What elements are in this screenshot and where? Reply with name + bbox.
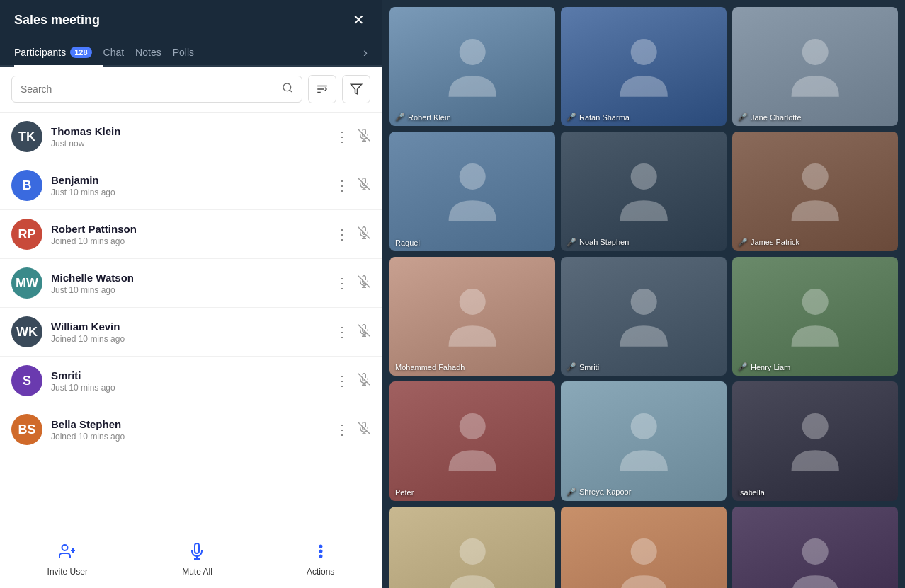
mic-icon: 🎤 <box>738 362 748 371</box>
svg-line-1 <box>290 90 292 92</box>
more-options-button[interactable]: ⋮ <box>335 374 349 388</box>
participant-name: Robert Pattinson <box>51 223 326 235</box>
more-options-button[interactable]: ⋮ <box>335 325 349 339</box>
svg-marker-5 <box>351 84 362 94</box>
mute-icon[interactable] <box>358 226 370 243</box>
participant-status: Joined 10 mins ago <box>51 334 326 344</box>
avatar: BS <box>11 414 42 445</box>
mute-icon[interactable] <box>358 129 370 145</box>
sort-button[interactable] <box>308 75 336 103</box>
video-label: Peter <box>395 488 414 497</box>
video-cell: 🎤 Robert Klein <box>389 7 555 126</box>
invite-user-button[interactable]: Invite User <box>47 543 88 577</box>
svg-point-47 <box>459 538 485 565</box>
participant-item: RP Robert Pattinson Joined 10 mins ago ⋮ <box>0 210 382 259</box>
video-label: 🎤 Shreya Kapoor <box>567 488 631 497</box>
participant-actions: ⋮ <box>335 373 370 389</box>
tabs-bar: Participants 128 Chat Notes Polls › <box>0 40 382 67</box>
mute-icon[interactable] <box>358 373 370 389</box>
participant-status: Just 10 mins ago <box>51 383 326 393</box>
participant-item: BS Bella Stephen Joined 10 mins ago ⋮ <box>0 405 382 454</box>
svg-point-48 <box>630 538 656 565</box>
video-label: 🎤 Smriti <box>567 362 599 371</box>
avatar: RP <box>11 219 42 250</box>
mute-icon[interactable] <box>358 324 370 340</box>
video-label: 🎤 James Patrick <box>738 238 799 247</box>
video-cell: 🎤 Smriti <box>561 257 727 376</box>
mic-icon: 🎤 <box>567 238 576 247</box>
actions-button[interactable]: Actions <box>307 543 334 577</box>
more-options-button[interactable]: ⋮ <box>335 276 349 290</box>
participant-actions: ⋮ <box>335 178 370 194</box>
close-button[interactable]: ✕ <box>350 11 368 40</box>
participant-info: Bella Stephen Joined 10 mins ago <box>51 418 326 442</box>
invite-user-icon <box>59 543 76 564</box>
video-label: Raquel <box>395 238 420 247</box>
left-panel: Sales meeting ✕ Participants 128 Chat No… <box>0 0 382 588</box>
participant-video-name: Smriti <box>579 363 599 371</box>
participant-status: Just now <box>51 139 326 149</box>
video-cell: Isabella <box>732 381 898 500</box>
svg-point-0 <box>283 83 291 91</box>
participant-video-name: Ratan Sharma <box>579 113 630 122</box>
mute-icon[interactable] <box>358 422 370 438</box>
mute-all-button[interactable]: Mute All <box>182 543 212 577</box>
tab-chat[interactable]: Chat <box>103 40 136 67</box>
panel-header: Sales meeting ✕ <box>0 0 382 40</box>
search-wrapper <box>11 76 302 103</box>
video-feed <box>732 507 898 588</box>
tab-polls[interactable]: Polls <box>173 40 205 67</box>
participant-status: Joined 10 mins ago <box>51 432 326 442</box>
participant-name: Michelle Watson <box>51 272 326 284</box>
video-cell: 🎤 Jane Charlotte <box>732 7 898 126</box>
svg-point-38 <box>459 163 485 190</box>
video-feed <box>732 132 898 250</box>
participant-item: TK Thomas Klein Just now ⋮ <box>0 113 382 161</box>
svg-point-32 <box>319 546 321 548</box>
video-feed <box>732 257 898 376</box>
participant-info: Smriti Just 10 mins ago <box>51 369 326 393</box>
mute-icon[interactable] <box>358 275 370 292</box>
video-feed <box>389 507 555 588</box>
svg-point-44 <box>459 413 485 439</box>
svg-point-39 <box>630 163 656 190</box>
video-cell <box>561 507 727 588</box>
participant-video-name: Mohammed Fahadh <box>395 363 465 371</box>
right-panel: 🎤 Robert Klein 🎤 Ratan Sharma <box>382 0 905 588</box>
avatar: B <box>11 170 42 201</box>
video-feed <box>561 507 727 588</box>
svg-point-35 <box>459 39 485 65</box>
search-input[interactable] <box>21 83 276 95</box>
svg-point-49 <box>802 538 828 565</box>
participant-name: Bella Stephen <box>51 418 326 430</box>
svg-point-43 <box>802 289 828 315</box>
video-cell: 🎤 Ratan Sharma <box>561 7 727 126</box>
svg-point-42 <box>630 289 656 315</box>
tab-notes[interactable]: Notes <box>135 40 173 67</box>
more-options-button[interactable]: ⋮ <box>335 422 349 437</box>
more-options-button[interactable]: ⋮ <box>335 227 349 241</box>
participant-actions: ⋮ <box>335 226 370 243</box>
more-options-button[interactable]: ⋮ <box>335 178 349 192</box>
tab-participants[interactable]: Participants 128 <box>14 40 103 67</box>
mute-icon[interactable] <box>358 178 370 194</box>
video-cell: 🎤 James Patrick <box>732 132 898 250</box>
avatar: WK <box>11 316 42 347</box>
search-icon <box>282 82 293 96</box>
participant-status: Just 10 mins ago <box>51 285 326 295</box>
video-cell: Raquel <box>389 132 555 250</box>
video-label: 🎤 Noah Stephen <box>567 238 629 247</box>
actions-icon <box>312 543 329 564</box>
filter-button[interactable] <box>342 75 370 103</box>
participant-item: B Benjamin Just 10 mins ago ⋮ <box>0 161 382 210</box>
video-cell <box>389 507 555 588</box>
participant-video-name: Shreya Kapoor <box>579 488 631 496</box>
tabs-more-icon[interactable]: › <box>363 45 368 60</box>
mic-icon: 🎤 <box>567 362 576 371</box>
tab-participants-label: Participants <box>14 47 66 58</box>
more-options-button[interactable]: ⋮ <box>335 129 349 144</box>
participant-info: Benjamin Just 10 mins ago <box>51 174 326 197</box>
participant-video-name: James Patrick <box>751 238 799 246</box>
video-feed <box>732 7 898 126</box>
svg-point-27 <box>62 545 68 550</box>
